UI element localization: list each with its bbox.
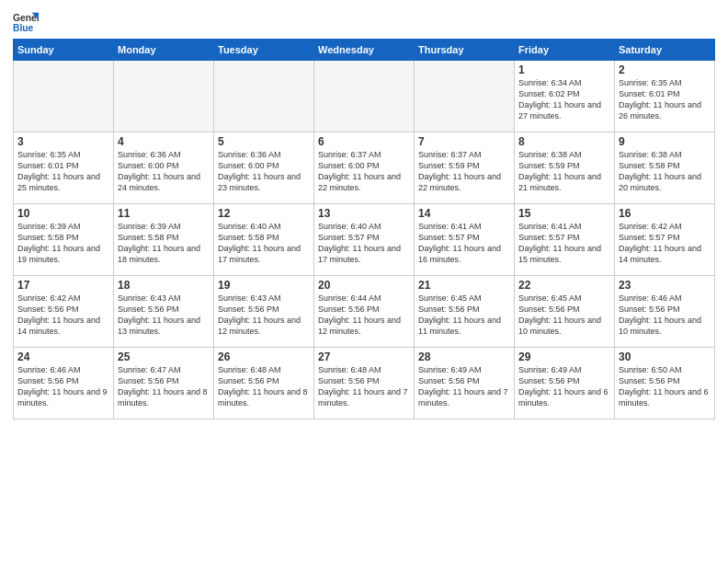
day-number: 30 <box>619 350 711 363</box>
day-info: Sunrise: 6:34 AM Sunset: 6:02 PM Dayligh… <box>518 77 610 122</box>
day-number: 23 <box>619 279 711 292</box>
day-number: 10 <box>17 207 109 220</box>
calendar-cell: 12Sunrise: 6:40 AM Sunset: 5:58 PM Dayli… <box>214 204 314 276</box>
day-number: 12 <box>218 207 310 220</box>
calendar-header-row: Sunday Monday Tuesday Wednesday Thursday… <box>14 40 715 61</box>
calendar-cell: 22Sunrise: 6:45 AM Sunset: 5:56 PM Dayli… <box>515 276 615 348</box>
day-number: 6 <box>318 135 410 148</box>
calendar-cell: 24Sunrise: 6:46 AM Sunset: 5:56 PM Dayli… <box>14 348 114 419</box>
calendar-cell: 6Sunrise: 6:37 AM Sunset: 6:00 PM Daylig… <box>314 132 415 204</box>
calendar-cell: 13Sunrise: 6:40 AM Sunset: 5:57 PM Dayli… <box>314 204 415 276</box>
calendar-cell: 27Sunrise: 6:48 AM Sunset: 5:56 PM Dayli… <box>314 348 415 419</box>
day-number: 17 <box>17 279 109 292</box>
calendar-week-row: 17Sunrise: 6:42 AM Sunset: 5:56 PM Dayli… <box>14 276 715 348</box>
day-info: Sunrise: 6:46 AM Sunset: 5:56 PM Dayligh… <box>17 364 109 409</box>
day-number: 8 <box>518 135 610 148</box>
day-number: 4 <box>118 135 210 148</box>
svg-text:Blue: Blue <box>13 23 34 33</box>
calendar-cell <box>214 61 314 132</box>
calendar-cell: 26Sunrise: 6:48 AM Sunset: 5:56 PM Dayli… <box>214 348 314 419</box>
day-info: Sunrise: 6:48 AM Sunset: 5:56 PM Dayligh… <box>218 364 310 409</box>
col-friday: Friday <box>515 40 615 61</box>
calendar-week-row: 1Sunrise: 6:34 AM Sunset: 6:02 PM Daylig… <box>14 61 715 132</box>
day-number: 9 <box>619 135 711 148</box>
day-info: Sunrise: 6:49 AM Sunset: 5:56 PM Dayligh… <box>518 364 610 409</box>
day-number: 3 <box>17 135 109 148</box>
day-info: Sunrise: 6:49 AM Sunset: 5:56 PM Dayligh… <box>418 364 510 409</box>
calendar-cell: 16Sunrise: 6:42 AM Sunset: 5:57 PM Dayli… <box>615 204 715 276</box>
day-number: 18 <box>118 279 210 292</box>
calendar-cell: 8Sunrise: 6:38 AM Sunset: 5:59 PM Daylig… <box>515 132 615 204</box>
day-info: Sunrise: 6:38 AM Sunset: 5:59 PM Dayligh… <box>518 149 610 194</box>
day-number: 15 <box>518 207 610 220</box>
calendar-week-row: 3Sunrise: 6:35 AM Sunset: 6:01 PM Daylig… <box>14 132 715 204</box>
day-info: Sunrise: 6:36 AM Sunset: 6:00 PM Dayligh… <box>118 149 210 194</box>
calendar-cell: 19Sunrise: 6:43 AM Sunset: 5:56 PM Dayli… <box>214 276 314 348</box>
day-number: 14 <box>418 207 510 220</box>
day-number: 24 <box>17 350 109 363</box>
calendar-cell <box>114 61 214 132</box>
day-info: Sunrise: 6:45 AM Sunset: 5:56 PM Dayligh… <box>518 293 610 338</box>
calendar-cell: 3Sunrise: 6:35 AM Sunset: 6:01 PM Daylig… <box>14 132 114 204</box>
header-row: General Blue <box>13 9 715 35</box>
day-info: Sunrise: 6:35 AM Sunset: 6:01 PM Dayligh… <box>619 77 711 122</box>
day-number: 20 <box>318 279 410 292</box>
calendar-cell: 21Sunrise: 6:45 AM Sunset: 5:56 PM Dayli… <box>415 276 515 348</box>
col-sunday: Sunday <box>14 40 114 61</box>
calendar-cell: 28Sunrise: 6:49 AM Sunset: 5:56 PM Dayli… <box>415 348 515 419</box>
calendar-week-row: 24Sunrise: 6:46 AM Sunset: 5:56 PM Dayli… <box>14 348 715 419</box>
calendar-cell: 15Sunrise: 6:41 AM Sunset: 5:57 PM Dayli… <box>515 204 615 276</box>
day-info: Sunrise: 6:43 AM Sunset: 5:56 PM Dayligh… <box>118 293 210 338</box>
logo: General Blue <box>13 9 42 35</box>
calendar-body: 1Sunrise: 6:34 AM Sunset: 6:02 PM Daylig… <box>14 61 715 419</box>
day-info: Sunrise: 6:39 AM Sunset: 5:58 PM Dayligh… <box>118 221 210 266</box>
day-info: Sunrise: 6:38 AM Sunset: 5:58 PM Dayligh… <box>619 149 711 194</box>
calendar-cell <box>14 61 114 132</box>
day-info: Sunrise: 6:37 AM Sunset: 6:00 PM Dayligh… <box>318 149 410 194</box>
day-info: Sunrise: 6:42 AM Sunset: 5:56 PM Dayligh… <box>17 293 109 338</box>
day-info: Sunrise: 6:35 AM Sunset: 6:01 PM Dayligh… <box>17 149 109 194</box>
day-number: 7 <box>418 135 510 148</box>
day-number: 21 <box>418 279 510 292</box>
calendar-cell <box>415 61 515 132</box>
day-number: 26 <box>218 350 310 363</box>
calendar-cell: 17Sunrise: 6:42 AM Sunset: 5:56 PM Dayli… <box>14 276 114 348</box>
page-container: General Blue Sunday Monday Tuesday Wedne… <box>0 0 728 563</box>
day-info: Sunrise: 6:40 AM Sunset: 5:58 PM Dayligh… <box>218 221 310 266</box>
day-info: Sunrise: 6:40 AM Sunset: 5:57 PM Dayligh… <box>318 221 410 266</box>
calendar-cell: 5Sunrise: 6:36 AM Sunset: 6:00 PM Daylig… <box>214 132 314 204</box>
day-number: 22 <box>518 279 610 292</box>
day-number: 27 <box>318 350 410 363</box>
calendar-cell <box>314 61 415 132</box>
day-info: Sunrise: 6:50 AM Sunset: 5:56 PM Dayligh… <box>619 364 711 409</box>
calendar-cell: 1Sunrise: 6:34 AM Sunset: 6:02 PM Daylig… <box>515 61 615 132</box>
day-number: 2 <box>619 63 711 76</box>
day-number: 13 <box>318 207 410 220</box>
day-info: Sunrise: 6:41 AM Sunset: 5:57 PM Dayligh… <box>418 221 510 266</box>
day-number: 1 <box>518 63 610 76</box>
calendar-cell: 29Sunrise: 6:49 AM Sunset: 5:56 PM Dayli… <box>515 348 615 419</box>
calendar-cell: 20Sunrise: 6:44 AM Sunset: 5:56 PM Dayli… <box>314 276 415 348</box>
calendar-cell: 2Sunrise: 6:35 AM Sunset: 6:01 PM Daylig… <box>615 61 715 132</box>
col-wednesday: Wednesday <box>314 40 415 61</box>
col-tuesday: Tuesday <box>214 40 314 61</box>
col-monday: Monday <box>114 40 214 61</box>
day-number: 19 <box>218 279 310 292</box>
calendar-cell: 30Sunrise: 6:50 AM Sunset: 5:56 PM Dayli… <box>615 348 715 419</box>
day-info: Sunrise: 6:39 AM Sunset: 5:58 PM Dayligh… <box>17 221 109 266</box>
day-info: Sunrise: 6:48 AM Sunset: 5:56 PM Dayligh… <box>318 364 410 409</box>
calendar-cell: 14Sunrise: 6:41 AM Sunset: 5:57 PM Dayli… <box>415 204 515 276</box>
calendar-cell: 25Sunrise: 6:47 AM Sunset: 5:56 PM Dayli… <box>114 348 214 419</box>
day-info: Sunrise: 6:46 AM Sunset: 5:56 PM Dayligh… <box>619 293 711 338</box>
day-number: 11 <box>118 207 210 220</box>
col-saturday: Saturday <box>615 40 715 61</box>
day-info: Sunrise: 6:44 AM Sunset: 5:56 PM Dayligh… <box>318 293 410 338</box>
calendar-week-row: 10Sunrise: 6:39 AM Sunset: 5:58 PM Dayli… <box>14 204 715 276</box>
calendar-cell: 10Sunrise: 6:39 AM Sunset: 5:58 PM Dayli… <box>14 204 114 276</box>
day-number: 16 <box>619 207 711 220</box>
calendar-cell: 4Sunrise: 6:36 AM Sunset: 6:00 PM Daylig… <box>114 132 214 204</box>
day-info: Sunrise: 6:37 AM Sunset: 5:59 PM Dayligh… <box>418 149 510 194</box>
day-number: 29 <box>518 350 610 363</box>
day-info: Sunrise: 6:43 AM Sunset: 5:56 PM Dayligh… <box>218 293 310 338</box>
day-info: Sunrise: 6:42 AM Sunset: 5:57 PM Dayligh… <box>619 221 711 266</box>
